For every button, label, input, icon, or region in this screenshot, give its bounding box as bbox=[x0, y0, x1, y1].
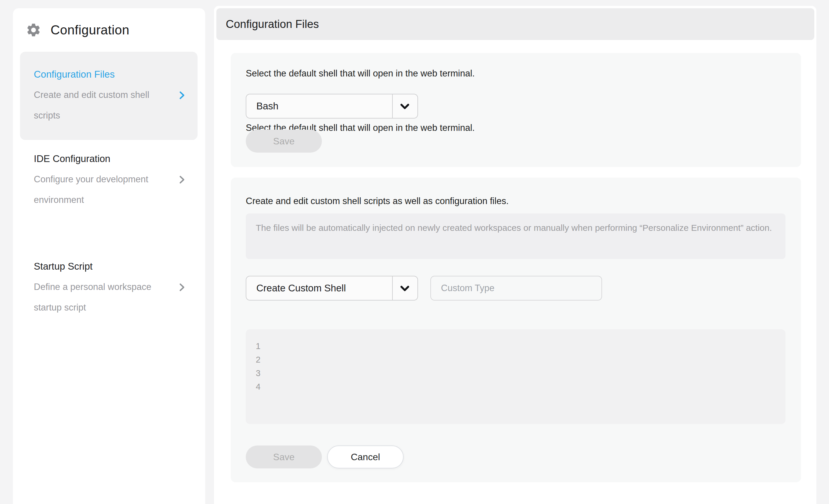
main-content: Configuration Files Select the default s… bbox=[214, 6, 816, 504]
scripts-instruction: Create and edit custom shell scripts as … bbox=[246, 196, 509, 207]
sidebar: Configuration Configuration Files Create… bbox=[13, 8, 205, 504]
shell-select-instruction: Select the default shell that will open … bbox=[246, 68, 475, 79]
sidebar-item-configuration-files[interactable]: Configuration Files Create and edit cust… bbox=[20, 52, 197, 140]
editor-line-number: 2 bbox=[256, 353, 786, 366]
gear-icon bbox=[26, 22, 41, 38]
chevron-down-icon bbox=[398, 281, 411, 295]
page-header: Configuration Files bbox=[216, 8, 814, 40]
sidebar-item-label: IDE Configuration bbox=[34, 152, 162, 166]
script-type-dropdown[interactable]: Create Custom Shell bbox=[246, 276, 418, 300]
shell-select-dropdown[interactable]: Bash bbox=[246, 94, 418, 118]
dropdown-divider bbox=[392, 277, 393, 300]
sidebar-header: Configuration bbox=[26, 21, 129, 39]
page-title: Configuration Files bbox=[216, 8, 814, 40]
editor-line-number: 3 bbox=[256, 366, 786, 380]
chevron-right-icon bbox=[177, 88, 187, 102]
chevron-down-icon bbox=[398, 99, 411, 113]
chevron-right-icon bbox=[177, 280, 187, 294]
custom-type-input[interactable] bbox=[430, 276, 602, 300]
app-title: Configuration bbox=[50, 23, 129, 37]
dropdown-divider bbox=[392, 95, 393, 118]
chevron-right-icon bbox=[177, 173, 187, 187]
scripts-cancel-button[interactable]: Cancel bbox=[327, 445, 404, 468]
default-shell-panel: Select the default shell that will open … bbox=[231, 53, 801, 167]
sidebar-item-label: Configuration Files bbox=[34, 68, 162, 81]
editor-line-number: 4 bbox=[256, 380, 786, 393]
sidebar-item-ide-configuration[interactable]: IDE Configuration Configure your develop… bbox=[20, 136, 197, 223]
sidebar-item-description: Define a personal workspace startup scri… bbox=[34, 277, 165, 318]
shell-save-button[interactable]: Save bbox=[246, 130, 322, 153]
shell-select-value: Bash bbox=[256, 95, 278, 118]
sidebar-item-label: Startup Script bbox=[34, 260, 162, 273]
custom-scripts-panel: Create and edit custom shell scripts as … bbox=[231, 178, 801, 482]
sidebar-item-startup-script[interactable]: Startup Script Define a personal workspa… bbox=[20, 244, 197, 330]
editor-line-number: 1 bbox=[256, 339, 786, 353]
script-code-editor[interactable]: 1 2 3 4 bbox=[246, 329, 786, 424]
sidebar-item-description: Create and edit custom shell scripts bbox=[34, 85, 165, 126]
scripts-save-button[interactable]: Save bbox=[246, 445, 322, 468]
script-type-value: Create Custom Shell bbox=[256, 277, 346, 300]
injection-note: The files will be automatically injected… bbox=[246, 214, 786, 259]
sidebar-item-description: Configure your development environment bbox=[34, 169, 165, 210]
